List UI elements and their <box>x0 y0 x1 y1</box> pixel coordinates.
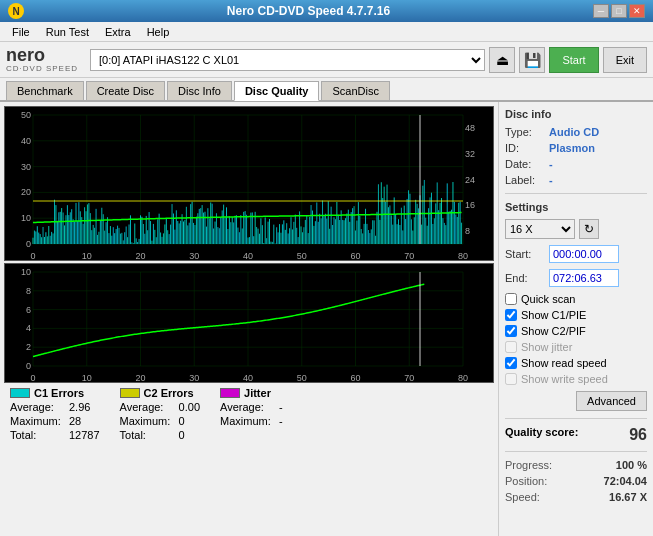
nero-logo: nero CD·DVD SPEED <box>6 46 78 73</box>
show-write-speed-row: Show write speed <box>505 373 647 385</box>
show-read-speed-checkbox[interactable] <box>505 357 517 369</box>
menu-file[interactable]: File <box>4 24 38 40</box>
tab-benchmark[interactable]: Benchmark <box>6 81 84 100</box>
save-button[interactable]: 💾 <box>519 47 545 73</box>
c2-max: Maximum: 0 <box>120 415 200 427</box>
quick-scan-checkbox[interactable] <box>505 293 517 305</box>
refresh-button[interactable]: ↻ <box>579 219 599 239</box>
advanced-button[interactable]: Advanced <box>576 391 647 411</box>
main-content: C1 Errors Average: 2.96 Maximum: 28 Tota… <box>0 102 653 536</box>
legend-c1: C1 Errors Average: 2.96 Maximum: 28 Tota… <box>10 387 100 441</box>
quality-score-value: 96 <box>629 426 647 444</box>
logo-nero-text: nero <box>6 46 45 64</box>
title-bar: N Nero CD-DVD Speed 4.7.7.16 ─ □ ✕ <box>0 0 653 22</box>
tab-disc-quality[interactable]: Disc Quality <box>234 81 320 101</box>
c1-max: Maximum: 28 <box>10 415 100 427</box>
tab-create-disc[interactable]: Create Disc <box>86 81 165 100</box>
disc-info-label: Label: - <box>505 174 647 186</box>
end-time-input[interactable] <box>549 269 619 287</box>
logo-sub-text: CD·DVD SPEED <box>6 64 78 73</box>
show-c2-pif-checkbox[interactable] <box>505 325 517 337</box>
show-write-speed-checkbox <box>505 373 517 385</box>
disc-info-date: Date: - <box>505 158 647 170</box>
menu-extra[interactable]: Extra <box>97 24 139 40</box>
maximize-button[interactable]: □ <box>611 4 627 18</box>
menu-bar: File Run Test Extra Help <box>0 22 653 42</box>
c2-color <box>120 388 140 398</box>
c2-avg: Average: 0.00 <box>120 401 200 413</box>
show-jitter-row: Show jitter <box>505 341 647 353</box>
show-c1-pie-checkbox[interactable] <box>505 309 517 321</box>
position-row: Position: 72:04.04 <box>505 475 647 487</box>
progress-row: Progress: 100 % <box>505 459 647 471</box>
menu-run-test[interactable]: Run Test <box>38 24 97 40</box>
speed-selector[interactable]: 16 X Max 1 X 2 X 4 X 8 X 32 X 48 X <box>505 219 575 239</box>
show-read-speed-row: Show read speed <box>505 357 647 369</box>
c1-total: Total: 12787 <box>10 429 100 441</box>
progress-value: 100 % <box>616 459 647 471</box>
start-time-row: Start: <box>505 245 647 263</box>
tab-bar: Benchmark Create Disc Disc Info Disc Qua… <box>0 78 653 102</box>
minimize-button[interactable]: ─ <box>593 4 609 18</box>
show-c1-pie-row: Show C1/PIE <box>505 309 647 321</box>
jitter-avg: Average: - <box>220 401 283 413</box>
close-button[interactable]: ✕ <box>629 4 645 18</box>
chart-top <box>4 106 494 261</box>
c1-avg: Average: 2.96 <box>10 401 100 413</box>
c2-total: Total: 0 <box>120 429 200 441</box>
right-panel: Disc info Type: Audio CD ID: Plasmon Dat… <box>498 102 653 536</box>
window-title: Nero CD-DVD Speed 4.7.7.16 <box>24 4 593 18</box>
c1-label: C1 Errors <box>34 387 84 399</box>
legend-area: C1 Errors Average: 2.96 Maximum: 28 Tota… <box>4 383 494 453</box>
disc-info-id: ID: Plasmon <box>505 142 647 154</box>
settings-title: Settings <box>505 201 647 213</box>
show-jitter-checkbox <box>505 341 517 353</box>
legend-c2: C2 Errors Average: 0.00 Maximum: 0 Total… <box>120 387 200 441</box>
speed-value: 16.67 X <box>609 491 647 503</box>
speed-row-display: Speed: 16.67 X <box>505 491 647 503</box>
tab-scan-disc[interactable]: ScanDisc <box>321 81 389 100</box>
c2-label: C2 Errors <box>144 387 194 399</box>
position-value: 72:04.04 <box>604 475 647 487</box>
c1-color <box>10 388 30 398</box>
start-button[interactable]: Start <box>549 47 598 73</box>
app-icon: N <box>8 3 24 19</box>
drive-selector[interactable]: [0:0] ATAPI iHAS122 C XL01 <box>90 49 485 71</box>
chart-bottom <box>4 263 494 383</box>
chart-area: C1 Errors Average: 2.96 Maximum: 28 Tota… <box>0 102 498 536</box>
exit-button[interactable]: Exit <box>603 47 647 73</box>
eject-button[interactable]: ⏏ <box>489 47 515 73</box>
show-c2-pif-row: Show C2/PIF <box>505 325 647 337</box>
legend-jitter: Jitter Average: - Maximum: - <box>220 387 283 427</box>
window-controls: ─ □ ✕ <box>593 4 645 18</box>
tab-disc-info[interactable]: Disc Info <box>167 81 232 100</box>
speed-row: 16 X Max 1 X 2 X 4 X 8 X 32 X 48 X ↻ <box>505 219 647 239</box>
disc-info-type: Type: Audio CD <box>505 126 647 138</box>
start-time-input[interactable] <box>549 245 619 263</box>
quick-scan-row: Quick scan <box>505 293 647 305</box>
toolbar: nero CD·DVD SPEED [0:0] ATAPI iHAS122 C … <box>0 42 653 78</box>
end-time-row: End: <box>505 269 647 287</box>
jitter-label: Jitter <box>244 387 271 399</box>
quality-score-row: Quality score: 96 <box>505 426 647 444</box>
disc-info-title: Disc info <box>505 108 647 120</box>
jitter-color <box>220 388 240 398</box>
menu-help[interactable]: Help <box>139 24 178 40</box>
jitter-max: Maximum: - <box>220 415 283 427</box>
